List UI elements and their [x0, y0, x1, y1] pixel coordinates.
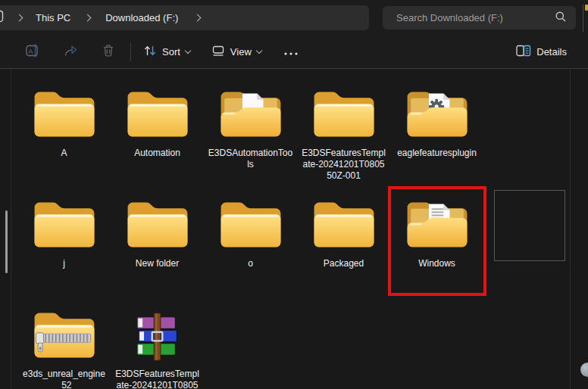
sort-arrows-icon [143, 44, 157, 60]
file-label: Automation [134, 148, 180, 159]
details-pane-icon [516, 45, 531, 59]
window-edge-fragment [585, 5, 588, 11]
window-edge-line [583, 5, 583, 32]
corner-widget [580, 363, 588, 377]
file-label: e3ds_unreal_engine_52 [22, 369, 107, 389]
file-label: o [248, 258, 253, 269]
winrar-archive-icon [133, 303, 183, 364]
breadcrumb-this-pc[interactable]: This PC [36, 12, 70, 23]
file-item[interactable]: Automation [111, 82, 204, 192]
ellipsis-icon [284, 46, 298, 58]
chevron-right-icon[interactable] [84, 14, 92, 22]
sort-label: Sort [162, 46, 180, 58]
file-label: A [61, 148, 67, 159]
file-item[interactable]: E3DSFeaturesTemplate-20241201T080550Z-00… [297, 82, 390, 192]
details-label: Details [536, 46, 567, 58]
toolbar-separator [0, 68, 588, 69]
folder-icon [217, 192, 284, 254]
file-label: Windows [418, 258, 455, 269]
rename-button[interactable]: A [20, 39, 47, 65]
share-icon [64, 44, 79, 60]
folder-icon [31, 192, 98, 254]
folder-icon [124, 82, 191, 143]
file-label: Packaged [324, 258, 364, 269]
view-button[interactable]: View [205, 39, 267, 65]
file-label: eaglefeaturesplugin [397, 148, 477, 159]
sort-button[interactable]: Sort [137, 39, 196, 65]
file-label: New folder [136, 258, 179, 269]
chevron-down-icon [185, 48, 191, 54]
chevron-right-icon [16, 14, 23, 22]
this-pc-icon [0, 10, 5, 26]
folder-icon [124, 192, 191, 254]
folder-zip-icon [31, 303, 98, 364]
file-label: j [63, 258, 65, 269]
file-label: E3DSFeaturesTemplate-20241201T080550Z-00… [302, 148, 386, 182]
share-button[interactable] [58, 39, 85, 65]
trash-icon [102, 44, 115, 60]
address-bar[interactable]: This PC Downloaded (F:) [0, 5, 369, 30]
file-item[interactable]: j [17, 192, 111, 303]
search-input[interactable]: Search Downloaded (F:) [383, 6, 576, 30]
details-button[interactable]: Details [510, 39, 573, 65]
toolbar-divider [130, 43, 131, 61]
view-label: View [230, 46, 252, 58]
folder-icon [311, 82, 377, 143]
file-item[interactable]: e3ds_unreal_engine_52 [17, 303, 111, 389]
file-label: E3DSFeaturesTemplate-20241201T080550Z-00… [115, 369, 200, 389]
see-more-button[interactable] [278, 39, 304, 65]
breadcrumb-downloaded[interactable]: Downloaded (F:) [105, 12, 178, 23]
view-icon [211, 45, 225, 59]
chevron-right-icon[interactable] [194, 14, 202, 22]
svg-text:A: A [28, 48, 33, 55]
file-item[interactable]: o [204, 192, 297, 303]
search-icon[interactable] [555, 11, 567, 26]
folder-icon [31, 82, 98, 143]
search-placeholder: Search Downloaded (F:) [396, 12, 503, 23]
file-label: E3DSAutomationTools [208, 148, 293, 170]
file-item[interactable]: E3DSAutomationTools [204, 82, 297, 192]
header-bar: This PC Downloaded (F:) Search Downloade… [0, 0, 588, 68]
folder-open-gear-icon [404, 82, 471, 143]
folder-icon [311, 192, 377, 254]
nav-pane-scrollbar[interactable] [5, 210, 8, 273]
folder-open-doc-icon [217, 82, 284, 143]
chevron-down-icon [256, 48, 262, 54]
file-item[interactable]: E3DSFeaturesTemplate-20241201T080550Z-00… [111, 303, 204, 389]
file-item[interactable]: Windows [390, 192, 483, 303]
command-toolbar: A Sort View [0, 36, 588, 68]
file-item[interactable]: New folder [111, 192, 204, 303]
rename-icon: A [26, 44, 41, 60]
delete-button[interactable] [95, 39, 121, 65]
file-grid: AAutomationE3DSAutomationToolsE3DSFeatur… [17, 82, 572, 389]
file-item[interactable]: A [17, 82, 111, 192]
folder-open-lines-icon [404, 192, 471, 254]
file-item[interactable]: eaglefeaturesplugin [390, 82, 483, 192]
nav-pane-divider [11, 69, 11, 389]
file-item[interactable]: Packaged [297, 192, 390, 303]
